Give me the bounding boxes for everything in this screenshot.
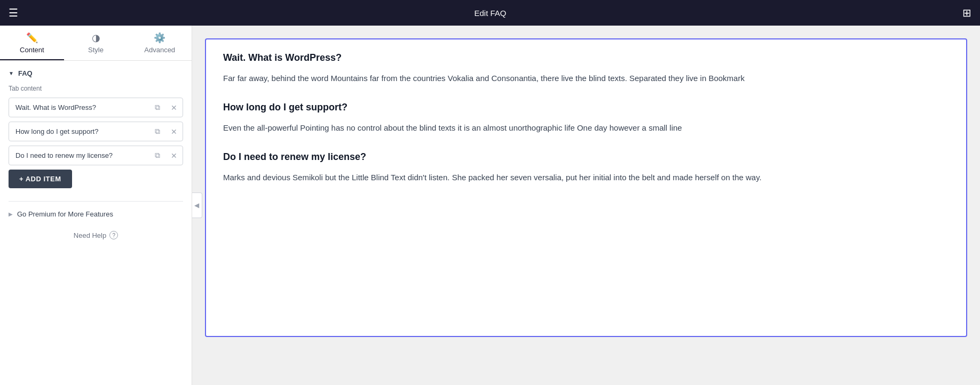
- faq-preview-item: Do I need to renew my license? Marks and…: [223, 151, 949, 184]
- topbar: ☰ Edit FAQ ⊞: [0, 0, 980, 26]
- duplicate-icon[interactable]: ⧉: [149, 123, 165, 140]
- tab-style-label: Style: [88, 46, 104, 54]
- faq-preview: Wait. What is WordPress? Far far away, b…: [205, 38, 967, 337]
- topbar-title: Edit FAQ: [474, 9, 506, 18]
- faq-question: Do I need to renew my license?: [223, 151, 949, 163]
- menu-icon[interactable]: ☰: [9, 6, 18, 19]
- premium-label: Go Premium for More Features: [17, 210, 113, 218]
- tab-style[interactable]: ◑ Style: [64, 26, 128, 60]
- tab-content[interactable]: ✏️ Content: [0, 26, 64, 60]
- section-title: FAQ: [18, 69, 33, 77]
- faq-items-list: Wait. What is WordPress? ⧉ ✕ How long do…: [9, 98, 183, 165]
- grid-icon[interactable]: ⊞: [962, 6, 971, 19]
- tab-bar: ✏️ Content ◑ Style ⚙️ Advanced: [0, 26, 192, 61]
- tab-content-label: Content: [20, 46, 44, 54]
- duplicate-icon[interactable]: ⧉: [149, 99, 165, 116]
- content-icon: ✏️: [26, 32, 38, 44]
- faq-answer: Far far away, behind the word Mountains …: [223, 72, 949, 85]
- close-icon[interactable]: ✕: [165, 147, 183, 164]
- item-text: How long do I get support?: [9, 122, 149, 141]
- help-icon: ?: [109, 231, 118, 239]
- tab-advanced-label: Advanced: [144, 46, 175, 54]
- right-content: ◀ Wait. What is WordPress? Far far away,…: [192, 26, 980, 385]
- chevron-down-icon: ▼: [9, 70, 14, 76]
- main-layout: ✏️ Content ◑ Style ⚙️ Advanced ▼ FAQ Tab…: [0, 26, 980, 385]
- add-item-label: + ADD ITEM: [19, 175, 61, 183]
- close-icon[interactable]: ✕: [165, 99, 183, 116]
- faq-answer: Marks and devious Semikoli but the Littl…: [223, 171, 949, 184]
- faq-preview-item: How long do I get support? Even the all-…: [223, 102, 949, 134]
- faq-question: Wait. What is WordPress?: [223, 52, 949, 63]
- item-text: Do I need to renew my license?: [9, 146, 149, 165]
- close-icon[interactable]: ✕: [165, 123, 183, 140]
- need-help-section[interactable]: Need Help ?: [9, 231, 183, 239]
- panel-content: ▼ FAQ Tab content Wait. What is WordPres…: [0, 61, 192, 385]
- faq-preview-item: Wait. What is WordPress? Far far away, b…: [223, 52, 949, 85]
- left-panel: ✏️ Content ◑ Style ⚙️ Advanced ▼ FAQ Tab…: [0, 26, 192, 385]
- tab-advanced[interactable]: ⚙️ Advanced: [128, 26, 192, 60]
- duplicate-icon[interactable]: ⧉: [149, 147, 165, 164]
- collapse-button[interactable]: ◀: [192, 192, 202, 218]
- add-item-button[interactable]: + ADD ITEM: [9, 170, 72, 188]
- item-text: Wait. What is WordPress?: [9, 98, 149, 117]
- list-item: Wait. What is WordPress? ⧉ ✕: [9, 98, 183, 117]
- chevron-right-icon: ▶: [9, 211, 13, 217]
- faq-section-header[interactable]: ▼ FAQ: [9, 69, 183, 77]
- faq-question: How long do I get support?: [223, 102, 949, 113]
- list-item: Do I need to renew my license? ⧉ ✕: [9, 146, 183, 165]
- advanced-icon: ⚙️: [154, 32, 165, 44]
- need-help-label: Need Help: [74, 231, 106, 239]
- premium-section[interactable]: ▶ Go Premium for More Features: [9, 201, 183, 218]
- faq-answer: Even the all-powerful Pointing has no co…: [223, 122, 949, 134]
- style-icon: ◑: [92, 32, 100, 44]
- tab-content-label: Tab content: [9, 85, 183, 92]
- list-item: How long do I get support? ⧉ ✕: [9, 122, 183, 141]
